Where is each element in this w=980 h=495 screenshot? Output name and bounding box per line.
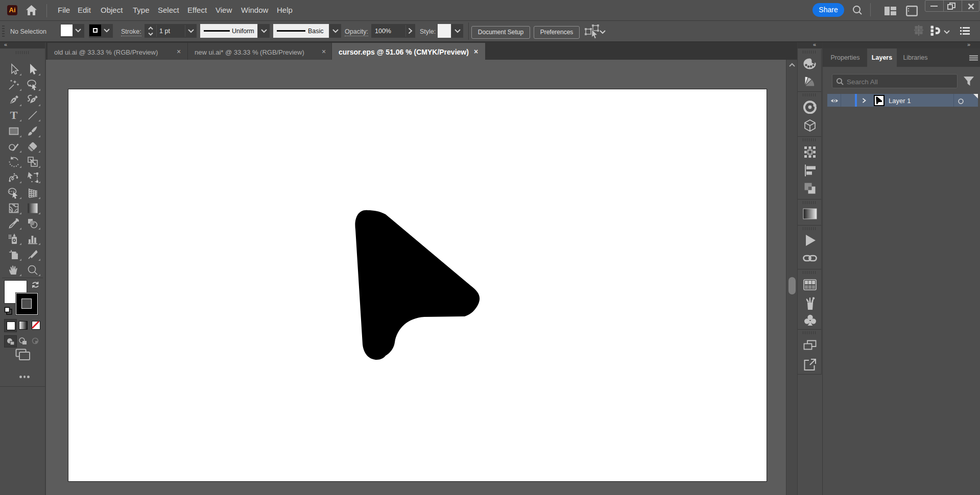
svg-text:T: T <box>10 109 18 121</box>
